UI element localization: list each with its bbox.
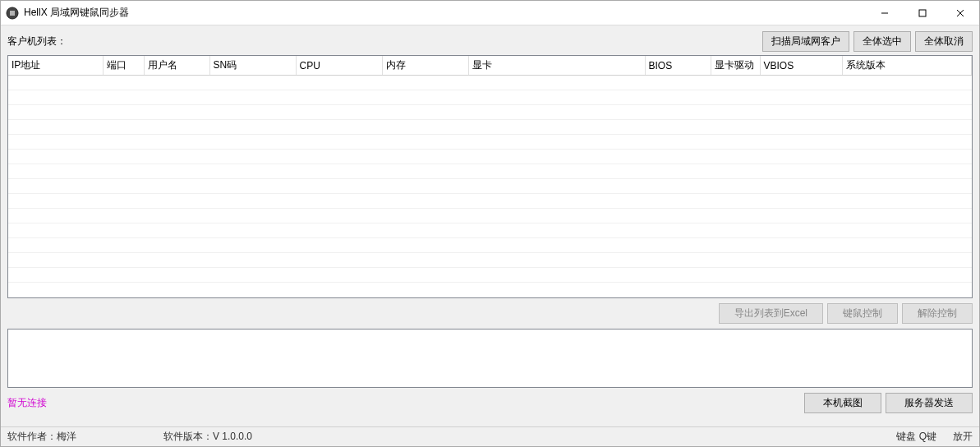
deselect-all-button[interactable]: 全体取消 [915,31,973,52]
connection-status: 暂无连接 [7,396,47,410]
select-all-button[interactable]: 全体选中 [853,31,911,52]
col-gpu-driver[interactable]: 显卡驱动 [711,56,760,76]
status-keyboard-state: 放开 [953,430,973,444]
app-icon [6,7,19,20]
window-title: HellX 局域网键鼠同步器 [24,6,129,20]
screenshot-button[interactable]: 本机截图 [804,393,881,413]
maximize-button[interactable] [904,1,941,25]
table-row[interactable] [8,76,972,90]
status-keyboard-label: 键盘 Q键 [896,430,936,444]
col-mem[interactable]: 内存 [382,56,468,76]
col-cpu[interactable]: CPU [296,56,382,76]
table-header-row: IP地址 端口 用户名 SN码 CPU 内存 显卡 BIOS 显卡驱动 VBIO… [8,56,972,76]
col-bios[interactable]: BIOS [645,56,711,76]
col-user[interactable]: 用户名 [144,56,209,76]
col-sn[interactable]: SN码 [209,56,296,76]
svg-rect-3 [919,10,926,16]
close-button[interactable] [941,1,979,25]
table-row[interactable] [8,194,972,209]
release-control-button: 解除控制 [902,303,973,324]
table-row[interactable] [8,164,972,179]
table-row[interactable] [8,150,972,164]
table-row[interactable] [8,209,972,224]
client-table[interactable]: IP地址 端口 用户名 SN码 CPU 内存 显卡 BIOS 显卡驱动 VBIO… [7,55,973,298]
table-row[interactable] [8,135,972,150]
col-ip[interactable]: IP地址 [8,56,103,76]
status-version: 软件版本：V 1.0.0.0 [163,430,896,444]
table-row[interactable] [8,253,972,268]
table-row[interactable] [8,120,972,135]
table-row[interactable] [8,238,972,253]
export-excel-button: 导出列表到Excel [719,303,823,324]
col-port[interactable]: 端口 [103,56,144,76]
statusbar: 软件作者：梅洋 软件版本：V 1.0.0.0 键盘 Q键 放开 [1,426,979,446]
client-list-label: 客户机列表： [7,35,67,48]
table-row[interactable] [8,268,972,283]
table-row[interactable] [8,105,972,120]
scan-lan-button[interactable]: 扫描局域网客户 [762,31,849,52]
table-row[interactable] [8,224,972,238]
svg-rect-1 [10,11,15,16]
table-row[interactable] [8,90,972,105]
table-row[interactable] [8,179,972,194]
status-author: 软件作者：梅洋 [7,430,163,444]
col-gpu[interactable]: 显卡 [468,56,645,76]
col-os[interactable]: 系统版本 [842,56,972,76]
minimize-button[interactable] [866,1,904,25]
log-textarea[interactable] [7,329,973,388]
server-send-button[interactable]: 服务器发送 [886,393,973,413]
col-vbios[interactable]: VBIOS [760,56,842,76]
km-control-button: 键鼠控制 [827,303,898,324]
titlebar: HellX 局域网键鼠同步器 [1,1,979,25]
